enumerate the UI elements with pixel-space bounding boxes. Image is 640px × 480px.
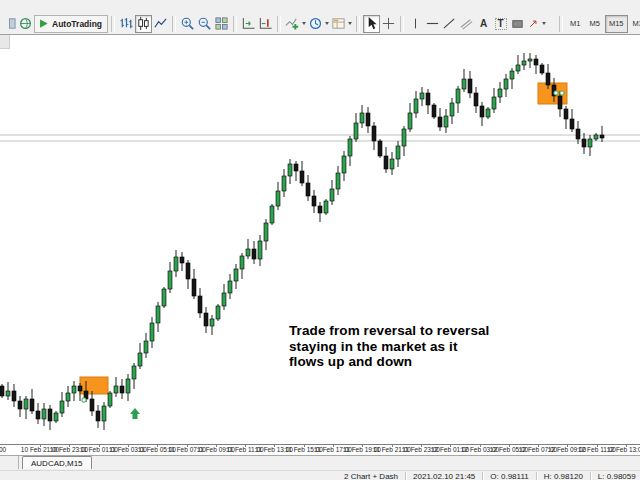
candle [594, 135, 598, 139]
text-button[interactable]: A [475, 15, 492, 33]
time-axis-tick [128, 445, 129, 447]
arrows-tool-button[interactable] [526, 15, 547, 33]
candle [6, 391, 10, 396]
auto-scroll-button[interactable] [240, 15, 257, 33]
candle [414, 99, 418, 113]
timeframe-m30-button[interactable]: M30 [629, 15, 640, 33]
chart-area[interactable]: Trade from reversal to reversal staying … [0, 35, 640, 444]
candlestick-plot [0, 35, 640, 444]
bar-chart-button[interactable] [118, 15, 135, 33]
shapes-icon [510, 16, 525, 31]
candle [162, 289, 166, 306]
zoom-in-icon [180, 16, 195, 31]
time-axis-tick [626, 445, 627, 447]
candle [138, 353, 142, 366]
chevron-down-icon [542, 22, 546, 25]
time-axis-tick [245, 445, 246, 447]
tab-audcad-m15[interactable]: AUDCAD,M15 [22, 456, 92, 469]
candle [12, 391, 16, 401]
candle [372, 126, 376, 141]
time-axis-tick [362, 445, 363, 447]
tab-bar-stub [0, 456, 19, 469]
chart-shift-icon [258, 16, 273, 31]
templates-icon [331, 16, 346, 31]
candle [288, 164, 292, 176]
chart-shift-button[interactable] [257, 15, 274, 33]
new-order-button[interactable] [0, 15, 17, 33]
indicators-button[interactable] [284, 15, 307, 33]
candle [102, 406, 106, 421]
candle [24, 399, 28, 409]
candle [192, 279, 196, 296]
candle [516, 65, 520, 71]
trendline-button[interactable] [441, 15, 458, 33]
crosshair-button[interactable] [380, 15, 397, 33]
text-label-icon: T [495, 18, 507, 30]
timeframe-m5-button[interactable]: M5 [585, 15, 603, 33]
shapes-button[interactable] [509, 15, 526, 33]
candle [198, 296, 202, 313]
vertical-line-button[interactable] [407, 15, 424, 33]
zoom-out-button[interactable] [196, 15, 213, 33]
candle [90, 399, 94, 411]
time-axis-label: 12 Feb 13:00 [607, 446, 640, 454]
market-watch-button[interactable] [17, 15, 34, 33]
line-chart-button[interactable] [152, 15, 169, 33]
candlestick-chart-icon [136, 16, 151, 31]
toolbar: AutoTrading [0, 14, 640, 35]
candle [348, 139, 352, 156]
candle [246, 249, 250, 256]
timeframe-buttons: M1M5M15M30H1H4D1W1 [566, 15, 640, 33]
candle [54, 413, 58, 421]
buy-arrow-icon[interactable] [130, 408, 140, 419]
candle [510, 71, 514, 79]
toolbar-separator [172, 16, 176, 32]
candle [378, 141, 382, 156]
channel-button[interactable] [458, 15, 475, 33]
horizontal-line-button[interactable] [424, 15, 441, 33]
chart-annotation-text[interactable]: Trade from reversal to reversal staying … [289, 323, 489, 370]
templates-button[interactable] [330, 15, 353, 33]
zoom-in-button[interactable] [179, 15, 196, 33]
market-watch-icon [18, 16, 33, 31]
candlestick-chart-button[interactable] [135, 15, 152, 33]
cursor-button[interactable] [363, 15, 380, 33]
tile-windows-button[interactable] [213, 15, 230, 33]
toolbar-separator [400, 16, 404, 32]
time-axis-tick [99, 445, 100, 447]
candle [582, 139, 586, 147]
zoom-out-icon [197, 16, 212, 31]
line-chart-icon [153, 16, 168, 31]
timeframe-m15-button[interactable]: M15 [605, 15, 628, 33]
candle [318, 206, 322, 213]
time-axis[interactable]: 10 Feb 19:0010 Feb 21:0010 Feb 23:0011 F… [0, 444, 640, 455]
candle [522, 61, 526, 65]
candle [228, 281, 232, 293]
time-axis-tick [187, 445, 188, 447]
tab-label: AUDCAD,M15 [31, 459, 83, 468]
chart-tab-bar: AUDCAD,M15 [0, 455, 640, 470]
candle [276, 191, 280, 206]
periods-button[interactable] [307, 15, 330, 33]
candle [474, 93, 478, 106]
one-click-trading-button[interactable] [0, 35, 10, 49]
candle [294, 164, 298, 171]
time-axis-tick [333, 445, 334, 447]
candle [216, 306, 220, 319]
timeframe-m1-button[interactable]: M1 [566, 15, 584, 33]
autotrading-button[interactable]: AutoTrading [34, 15, 108, 33]
candle [438, 117, 442, 127]
crosshair-icon [381, 16, 396, 31]
candle [30, 399, 34, 411]
candle [234, 269, 238, 281]
candle [126, 379, 130, 393]
time-axis-tick [567, 445, 568, 447]
status-bar: 2 Chart + Dash 2021.02.10 21:45 O: 0.981… [0, 470, 640, 480]
candle [408, 113, 412, 129]
time-axis-tick [392, 445, 393, 447]
tile-windows-icon [214, 16, 229, 31]
time-axis-tick [480, 445, 481, 447]
candle [468, 79, 472, 93]
text-label-button[interactable]: T [492, 15, 509, 33]
toolbar-separator [233, 16, 237, 32]
